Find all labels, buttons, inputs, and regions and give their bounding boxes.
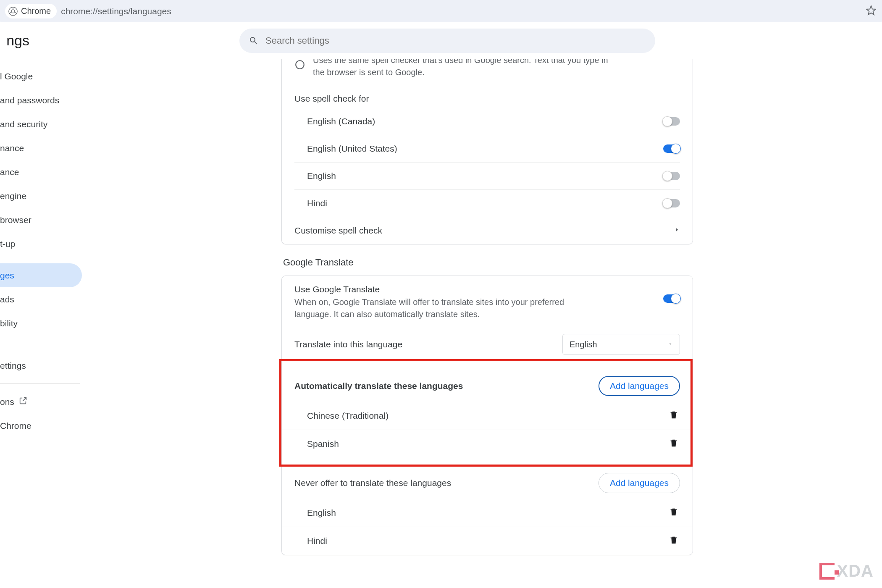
sidebar-item[interactable]: l Google — [0, 64, 92, 88]
main-content: Enhanced spell check Uses the same spell… — [92, 59, 882, 588]
search-icon — [249, 36, 259, 46]
sidebar-item-languages[interactable]: ges — [0, 263, 82, 287]
spellcheck-lang-name: English — [307, 171, 336, 181]
add-languages-never-button[interactable]: Add languages — [598, 473, 680, 493]
spellcheck-lang-name: Hindi — [307, 198, 327, 208]
sidebar-item[interactable]: ads — [0, 287, 92, 311]
chrome-chip-label: Chrome — [21, 6, 51, 16]
watermark: XDA — [819, 562, 874, 580]
svg-point-2 — [296, 60, 304, 69]
spellcheck-lang-row: English (United States) — [294, 135, 680, 162]
chevron-right-icon — [674, 227, 680, 234]
sidebar-item-extensions[interactable]: ons — [0, 390, 92, 414]
translate-card: Use Google Translate When on, Google Tra… — [281, 276, 693, 555]
auto-translate-lang-row: Chinese (Traditional) — [282, 402, 693, 430]
sidebar-item[interactable]: Chrome — [0, 414, 92, 438]
delete-icon[interactable] — [669, 410, 678, 422]
spellcheck-card: Enhanced spell check Uses the same spell… — [281, 59, 693, 244]
external-link-icon — [14, 396, 28, 407]
google-translate-heading: Google Translate — [283, 257, 693, 268]
use-translate-toggle[interactable] — [663, 294, 680, 303]
auto-translate-lang-name: Spanish — [307, 439, 339, 449]
never-translate-label: Never offer to translate these languages — [294, 478, 451, 488]
sidebar-item[interactable]: nance — [0, 136, 92, 160]
radio-unchecked-icon — [294, 59, 305, 79]
never-translate-lang-row: English — [282, 499, 693, 527]
sidebar-item[interactable]: ettings — [0, 354, 92, 378]
sidebar-divider — [0, 383, 80, 384]
never-translate-lang-row: Hindi — [282, 527, 693, 555]
spellcheck-toggle[interactable] — [663, 172, 680, 180]
translate-into-label: Translate into this language — [294, 339, 402, 349]
sidebar: l Google and passwords and security nanc… — [0, 59, 92, 588]
spellcheck-lang-row: English (Canada) — [294, 108, 680, 135]
delete-icon[interactable] — [669, 507, 678, 519]
spellcheck-lang-name: English (United States) — [307, 144, 397, 154]
sidebar-item[interactable]: browser — [0, 208, 92, 232]
auto-translate-label: Automatically translate these languages — [294, 381, 463, 391]
delete-icon[interactable] — [669, 535, 678, 547]
enhanced-desc: Uses the same spell checker that's used … — [313, 59, 615, 79]
sidebar-item[interactable]: bility — [0, 311, 92, 335]
bookmark-star-icon[interactable] — [865, 5, 877, 18]
translate-into-value: English — [570, 340, 597, 349]
search-input[interactable] — [265, 35, 646, 46]
auto-translate-lang-name: Chinese (Traditional) — [307, 411, 388, 421]
settings-search[interactable] — [239, 29, 655, 53]
use-spellcheck-for-label: Use spell check for — [294, 94, 369, 104]
enhanced-spellcheck-option[interactable]: Enhanced spell check Uses the same spell… — [282, 59, 693, 85]
sidebar-item[interactable]: and passwords — [0, 88, 92, 112]
spellcheck-toggle[interactable] — [663, 199, 680, 207]
spellcheck-lang-row: Hindi — [294, 189, 680, 217]
never-translate-lang-name: English — [307, 508, 336, 518]
url-text[interactable]: chrome://settings/languages — [61, 6, 171, 16]
never-translate-header: Never offer to translate these languages… — [282, 465, 693, 496]
page-header: ngs — [0, 22, 882, 59]
sidebar-item[interactable]: ance — [0, 160, 92, 184]
watermark-logo-icon — [819, 563, 835, 580]
chrome-chip[interactable]: Chrome — [5, 4, 57, 18]
omnibox-bar: Chrome chrome://settings/languages — [0, 0, 882, 22]
auto-translate-lang-row: Spanish — [282, 430, 693, 458]
use-translate-desc: When on, Google Translate will offer to … — [294, 296, 597, 320]
chrome-icon — [8, 7, 18, 16]
page-title: ngs — [0, 32, 29, 49]
watermark-text: XDA — [837, 562, 874, 580]
use-translate-title: Use Google Translate — [294, 284, 597, 294]
spellcheck-toggle[interactable] — [663, 144, 680, 153]
spellcheck-lang-row: English — [294, 162, 680, 189]
add-languages-auto-button[interactable]: Add languages — [598, 376, 680, 396]
spellcheck-toggle[interactable] — [663, 117, 680, 126]
sidebar-item[interactable]: and security — [0, 112, 92, 136]
sidebar-item[interactable]: t-up — [0, 232, 92, 256]
never-translate-lang-name: Hindi — [307, 536, 327, 546]
delete-icon[interactable] — [669, 438, 678, 450]
customise-spellcheck-label: Customise spell check — [294, 226, 382, 236]
translate-into-dropdown[interactable]: English — [562, 334, 680, 355]
customise-spellcheck-row[interactable]: Customise spell check — [282, 217, 693, 244]
spellcheck-lang-name: English (Canada) — [307, 116, 375, 126]
auto-translate-header: Automatically translate these languages … — [282, 365, 693, 399]
sidebar-item[interactable]: engine — [0, 184, 92, 208]
caret-down-icon — [668, 341, 673, 348]
